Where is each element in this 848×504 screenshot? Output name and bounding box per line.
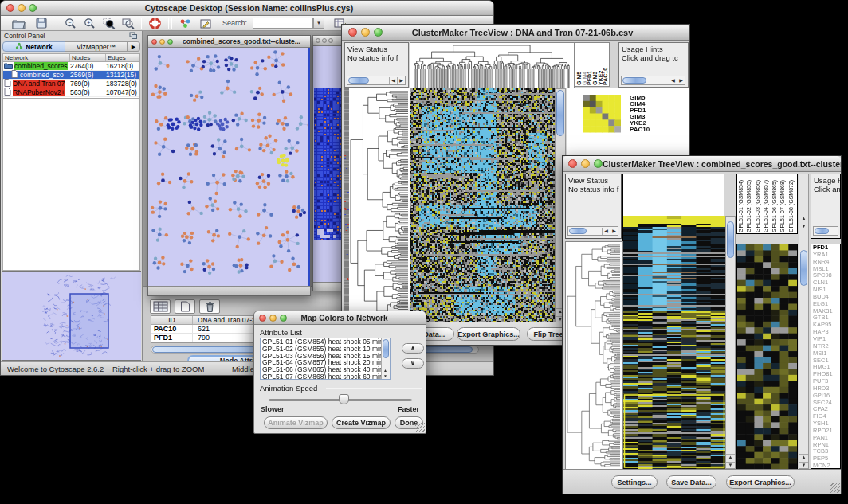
network-table-header: Network Nodes Edges — [2, 53, 140, 62]
resize-grip[interactable] — [415, 423, 425, 432]
column-label[interactable]: PFD1 — [587, 44, 592, 85]
treeview-window-combined: ClusterMaker TreeView : combined_scores_… — [562, 155, 842, 494]
search-input[interactable] — [253, 18, 313, 29]
slider-thumb[interactable] — [339, 394, 349, 404]
column-label[interactable]: GPL51-01 (GSM854) — [738, 175, 746, 232]
row-dendrogram[interactable] — [349, 88, 410, 323]
settings-button[interactable]: Settings... — [611, 475, 658, 489]
zoom-button[interactable] — [280, 315, 287, 322]
search-dropdown-button[interactable]: ▼ — [313, 18, 324, 29]
zoom-button[interactable] — [29, 4, 37, 12]
network-tab-icon — [15, 42, 23, 52]
minimize-button[interactable] — [269, 315, 277, 322]
column-label[interactable]: GPL51-02 (GSM855) — [746, 175, 754, 232]
usage-hints-scrollbar[interactable]: ◀▶ — [621, 76, 685, 85]
column-label[interactable]: GPL51-03 (GSM856) — [755, 175, 763, 232]
gene-label[interactable]: MON2 — [813, 463, 840, 469]
group-divider — [326, 388, 422, 389]
close-button[interactable] — [151, 39, 157, 45]
row-dendrogram[interactable] — [565, 241, 623, 471]
network-view-window: combined_scores_good.txt--cluste... — [147, 35, 311, 296]
zoom-button[interactable] — [594, 159, 603, 168]
birdseye-view[interactable] — [2, 271, 141, 361]
view-status-scrollbar[interactable]: ◀▶ — [347, 76, 406, 85]
export-graphics-button[interactable]: Export Graphics... — [457, 327, 520, 341]
window-resize-bar[interactable] — [313, 282, 342, 291]
background-network-window[interactable] — [312, 35, 343, 291]
close-button[interactable] — [259, 315, 266, 322]
column-label[interactable]: GIM3 — [592, 44, 598, 85]
minimize-button[interactable] — [581, 159, 590, 168]
heatmap-vscrollbar[interactable]: ▲ ▼ — [725, 216, 736, 469]
network-list-area — [2, 99, 140, 271]
minimize-button[interactable] — [361, 28, 370, 37]
network-view-border — [308, 48, 310, 287]
birdseye-canvas[interactable] — [2, 272, 141, 360]
dense-network-canvas[interactable] — [314, 88, 341, 240]
zoom-button[interactable] — [167, 39, 173, 45]
animation-speed-label: Animation Speed — [260, 384, 317, 393]
close-button[interactable] — [316, 38, 320, 43]
column-tree-area — [622, 174, 724, 216]
map-colors-dialog: Map Colors to Network Attribute List GPL… — [253, 311, 426, 434]
minimize-button[interactable] — [18, 4, 26, 12]
usage-hints-scrollbar[interactable] — [813, 226, 838, 236]
column-label[interactable]: GPL51-07 (GSM868) — [779, 175, 787, 232]
animation-speed-slider[interactable] — [269, 394, 412, 405]
column-dendrogram[interactable] — [410, 42, 575, 88]
column-label[interactable]: PAC10 — [603, 44, 608, 85]
move-up-button[interactable]: ∧ — [402, 343, 424, 354]
zoom-heatmap-canvas[interactable] — [736, 244, 798, 471]
column-label[interactable]: GPL51-06 (GSM865) — [771, 175, 779, 232]
float-panel-icon[interactable] — [129, 32, 138, 41]
dialog-title: Map Colors to Network — [287, 314, 402, 322]
search-label: Search: — [222, 19, 247, 27]
new-page-icon[interactable] — [175, 299, 195, 314]
network-table: combined_scores2764(0)16218(0)combined_s… — [2, 62, 140, 99]
control-panel: Control Panel Network VizMapper™ ▶ Netwo… — [1, 31, 143, 361]
attribute-list-item[interactable]: GPL51-07 (GSM868) heat shock 60 min — [262, 373, 390, 380]
network-view-title: combined_scores_good.txt--cluste... — [173, 37, 310, 45]
minimize-button[interactable] — [159, 39, 165, 45]
treeview2-title: ClusterMaker TreeView : combined_scores_… — [603, 159, 841, 169]
animate-vizmap-button[interactable]: Animate Vizmap — [264, 416, 328, 429]
network-view-canvas[interactable] — [149, 48, 308, 287]
annotation-icon[interactable] — [200, 18, 212, 32]
zoom-button[interactable] — [374, 28, 383, 37]
minimize-button[interactable] — [322, 38, 327, 43]
column-label[interactable]: GPL51-04 (GSM857) — [763, 175, 771, 232]
attribute-listbox[interactable]: GPL51-01 (GSM854) heat shock 05 minGPL51… — [260, 338, 391, 380]
close-button[interactable] — [348, 28, 357, 37]
zoom-heatmap-canvas[interactable] — [583, 95, 621, 133]
export-graphics-button[interactable]: Export Graphics... — [726, 475, 795, 489]
heatmap-canvas[interactable] — [622, 216, 726, 469]
trash-icon[interactable] — [199, 299, 220, 314]
toolbar-separator — [141, 18, 142, 29]
view-status-scrollbar[interactable]: ◀▶ — [567, 226, 618, 236]
heatmap-canvas[interactable] — [410, 88, 555, 323]
tab-overflow-arrow[interactable]: ▶ — [128, 41, 140, 52]
column-label[interactable]: GIM5 — [576, 44, 582, 85]
close-button[interactable] — [568, 159, 577, 168]
save-icon[interactable] — [36, 18, 47, 32]
save-data-button[interactable]: Save Data... — [666, 475, 716, 489]
tab-network[interactable]: Network — [2, 41, 65, 52]
column-label[interactable]: GPL51-08 (GSM872) — [788, 175, 796, 232]
status-zoom-hint: Right-click + drag to ZOOM — [112, 365, 204, 373]
close-button[interactable] — [6, 4, 14, 12]
attribute-list-vscrollbar[interactable]: ▲ ▼ — [381, 338, 390, 379]
table-icon[interactable] — [150, 299, 171, 314]
resize-grip[interactable] — [830, 483, 840, 493]
network-row[interactable]: RNAPuberNov2+563(0)107847(0) — [3, 88, 139, 97]
zoom-button[interactable] — [328, 38, 333, 43]
create-vizmap-button[interactable]: Create Vizmap — [332, 416, 391, 429]
folder-icon — [4, 62, 13, 71]
window-resize-bar[interactable] — [148, 286, 310, 295]
node-appearance-icon[interactable] — [179, 18, 191, 32]
zoom-vscrollbar[interactable]: ▲ ▼ ▲ ▼ — [799, 174, 809, 469]
row-label[interactable]: PAC10 — [630, 127, 650, 133]
desktop: { "main_window": { "title": "Cytoscape D… — [0, 0, 848, 504]
col-id[interactable]: ID — [151, 316, 193, 324]
move-down-button[interactable]: ∨ — [402, 358, 424, 369]
tab-vizmapper[interactable]: VizMapper™ — [65, 41, 128, 52]
